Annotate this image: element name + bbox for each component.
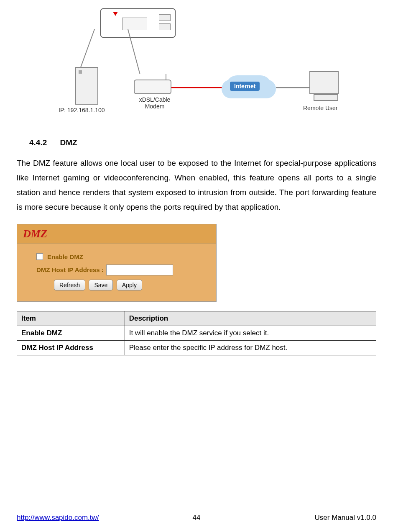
cell-item: DMZ Host IP Address [17,340,125,355]
panel-title: DMZ [23,228,47,240]
section-number: 4.4.2 [29,138,47,147]
cable-line [78,29,95,73]
enable-dmz-checkbox[interactable] [36,253,43,260]
dmz-settings-panel: DMZ Enable DMZ DMZ Host IP Address : Ref… [17,224,217,302]
panel-title-bar: DMZ [17,224,216,244]
footer-version: User Manual v1.0.0 [315,514,376,522]
ip-label: IP: 192.168.1.100 [59,107,105,113]
dmz-host-ip-label: DMZ Host IP Address : [36,266,104,273]
header-description: Description [125,311,376,326]
network-diagram: IP: 192.168.1.100 xDSL/Cable Modem Inter… [50,8,343,117]
remote-user-label: Remote User [303,105,337,111]
server-icon [75,67,98,105]
arrow-icon [113,12,118,16]
save-button[interactable]: Save [89,280,113,290]
remote-pc-icon [309,71,339,94]
table-row: DMZ Host IP Address Please enter the spe… [17,340,376,355]
modem-icon [134,80,171,94]
cell-description: Please enter the specific IP address for… [125,340,376,355]
cell-item: Enable DMZ [17,326,125,340]
connection-line [276,87,309,88]
header-item: Item [17,311,125,326]
router-icon [100,8,176,38]
refresh-button[interactable]: Refresh [54,280,85,290]
cell-description: It will enable the DMZ service if you se… [125,326,376,340]
page-footer: http://www.sapido.com.tw/ 44 User Manual… [17,514,376,522]
page-number: 44 [193,514,201,522]
section-title: DMZ [60,138,77,147]
internet-label: Internet [230,82,260,91]
enable-dmz-label: Enable DMZ [47,253,83,260]
modem-label: xDSL/Cable Modem [134,96,176,110]
section-heading: 4.4.2 DMZ [29,138,376,147]
footer-url[interactable]: http://www.sapido.com.tw/ [17,514,99,522]
dmz-host-ip-input[interactable] [106,265,173,275]
description-table: Item Description Enable DMZ It will enab… [17,311,376,355]
connection-line [171,87,226,88]
body-paragraph: The DMZ feature allows one local user to… [17,156,376,215]
table-row: Enable DMZ It will enable the DMZ servic… [17,326,376,340]
apply-button[interactable]: Apply [117,280,142,290]
table-header-row: Item Description [17,311,376,326]
